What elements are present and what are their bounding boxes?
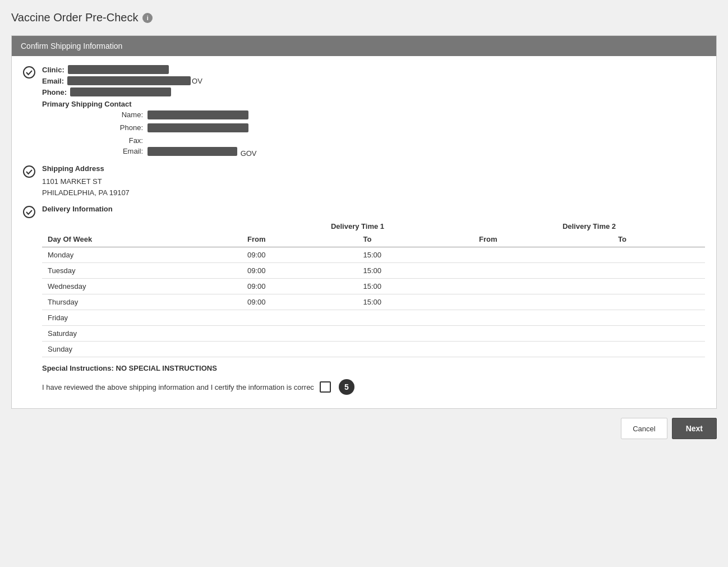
delivery-cell-day: Thursday (42, 294, 242, 310)
pc-phone-label: Phone: (109, 123, 143, 134)
delivery-cell-to2 (612, 342, 705, 357)
special-instructions: Special Instructions: NO SPECIAL INSTRUC… (42, 364, 705, 372)
certify-checkbox-wrapper: 5 (320, 379, 354, 395)
special-instructions-value: NO SPECIAL INSTRUCTIONS (116, 364, 217, 372)
delivery-cell-to1: 15:00 (357, 263, 473, 279)
phone-value-redacted (70, 87, 171, 96)
delivery-cell-from1: 09:00 (242, 247, 358, 263)
email-label: Email: (42, 77, 64, 85)
card-body: Clinic: Email: OV Phone: Primary Shippin… (12, 56, 716, 408)
pc-email-value: GOV (148, 147, 705, 158)
delivery-table-row: Wednesday09:0015:00 (42, 279, 705, 294)
next-button[interactable]: Next (672, 418, 717, 439)
phone-label: Phone: (42, 88, 67, 96)
delivery-cell-day: Saturday (42, 326, 242, 342)
cancel-button[interactable]: Cancel (621, 418, 667, 439)
delivery-cell-day: Friday (42, 310, 242, 326)
email-value-redacted (67, 76, 191, 85)
delivery-cell-from2 (473, 247, 612, 263)
primary-contact-label: Primary Shipping Contact (42, 100, 132, 108)
delivery-table-row: Saturday (42, 326, 705, 342)
delivery-group-header-row: Delivery Time 1 Delivery Time 2 (42, 219, 705, 232)
clinic-field-group: Clinic: Email: OV Phone: Primary Shippin… (42, 65, 705, 158)
delivery-cell-from2 (473, 294, 612, 310)
shipping-address-line1: 1101 MARKET ST (42, 176, 130, 187)
delivery-time1-group-header: Delivery Time 1 (242, 219, 473, 232)
certify-checkbox[interactable] (320, 381, 331, 393)
primary-contact-grid: Name: Phone: Fax: Email: GOV (109, 110, 705, 158)
delivery-check-icon (23, 206, 35, 218)
certify-text: I have reviewed the above shipping infor… (42, 383, 314, 391)
col-to1-header: To (357, 232, 473, 247)
delivery-cell-from2 (473, 310, 612, 326)
delivery-cell-from2 (473, 263, 612, 279)
delivery-row: Delivery Information Delivery Time 1 Del… (23, 205, 705, 395)
shipping-address-section: Shipping Address 1101 MARKET ST PHILADEL… (42, 164, 130, 198)
primary-contact-heading-line: Primary Shipping Contact (42, 100, 705, 108)
info-icon[interactable]: i (142, 13, 153, 23)
shipping-address-line2: PHILADELPHIA, PA 19107 (42, 187, 130, 199)
pc-fax-value (148, 136, 705, 145)
delivery-cell-to2 (612, 326, 705, 342)
delivery-table: Delivery Time 1 Delivery Time 2 Day Of W… (42, 219, 705, 357)
delivery-cell-day: Tuesday (42, 263, 242, 279)
delivery-cell-to1: 15:00 (357, 294, 473, 310)
delivery-cell-from1 (242, 342, 358, 357)
delivery-cell-day: Sunday (42, 342, 242, 357)
svg-point-0 (24, 67, 35, 78)
delivery-cell-from1: 09:00 (242, 294, 358, 310)
col-from2-header: From (473, 232, 612, 247)
delivery-cell-from1 (242, 310, 358, 326)
shipping-address-row: Shipping Address 1101 MARKET ST PHILADEL… (23, 164, 705, 198)
delivery-cell-day: Wednesday (42, 279, 242, 294)
pc-email-suffix: GOV (241, 149, 257, 158)
delivery-cell-from2 (473, 342, 612, 357)
clinic-row: Clinic: Email: OV Phone: Primary Shippin… (23, 65, 705, 158)
svg-point-1 (24, 166, 35, 177)
certify-row: I have reviewed the above shipping infor… (42, 379, 705, 395)
email-field-line: Email: OV (42, 76, 705, 85)
page-title-text: Vaccine Order Pre-Check (11, 11, 138, 24)
delivery-cell-day: Monday (42, 247, 242, 263)
delivery-cell-to1 (357, 310, 473, 326)
pc-email-redacted (148, 147, 237, 156)
delivery-section: Delivery Information Delivery Time 1 Del… (42, 205, 705, 395)
delivery-cell-to2 (612, 279, 705, 294)
delivery-label: Delivery Information (42, 205, 705, 213)
shipping-address-label: Shipping Address (42, 164, 130, 173)
delivery-cell-to2 (612, 294, 705, 310)
delivery-cell-to2 (612, 247, 705, 263)
delivery-time2-group-header: Delivery Time 2 (473, 219, 705, 232)
delivery-cell-from1 (242, 326, 358, 342)
delivery-table-row: Sunday (42, 342, 705, 357)
pc-phone-value (148, 123, 705, 134)
delivery-cell-from2 (473, 326, 612, 342)
col-day-header: Day Of Week (42, 232, 242, 247)
footer-buttons: Cancel Next (11, 418, 717, 439)
delivery-table-body: Monday09:0015:00Tuesday09:0015:00Wednesd… (42, 247, 705, 357)
shipping-check-icon (23, 165, 35, 178)
card-header: Confirm Shipping Information (12, 36, 716, 56)
svg-point-2 (24, 206, 35, 218)
delivery-cell-to1 (357, 326, 473, 342)
delivery-cell-from1: 09:00 (242, 279, 358, 294)
page-title: Vaccine Order Pre-Check i (11, 11, 717, 24)
col-from1-header: From (242, 232, 358, 247)
delivery-day-group-header (42, 219, 242, 232)
delivery-subheader-row: Day Of Week From To From To (42, 232, 705, 247)
delivery-cell-to1: 15:00 (357, 247, 473, 263)
clinic-field-line: Clinic: (42, 65, 705, 74)
pc-email-label: Email: (109, 147, 143, 158)
clinic-value-redacted (68, 65, 169, 74)
delivery-cell-to2 (612, 310, 705, 326)
delivery-cell-to1 (357, 342, 473, 357)
email-suffix: OV (192, 77, 202, 85)
special-instructions-label: Special Instructions: (42, 364, 114, 372)
pc-phone-redacted (148, 123, 248, 132)
step-badge: 5 (339, 379, 354, 395)
delivery-table-row: Monday09:0015:00 (42, 247, 705, 263)
delivery-cell-to2 (612, 263, 705, 279)
confirm-shipping-card: Confirm Shipping Information Clinic: Ema… (11, 35, 717, 409)
pc-name-redacted (148, 110, 248, 119)
pc-fax-label: Fax: (109, 136, 143, 145)
